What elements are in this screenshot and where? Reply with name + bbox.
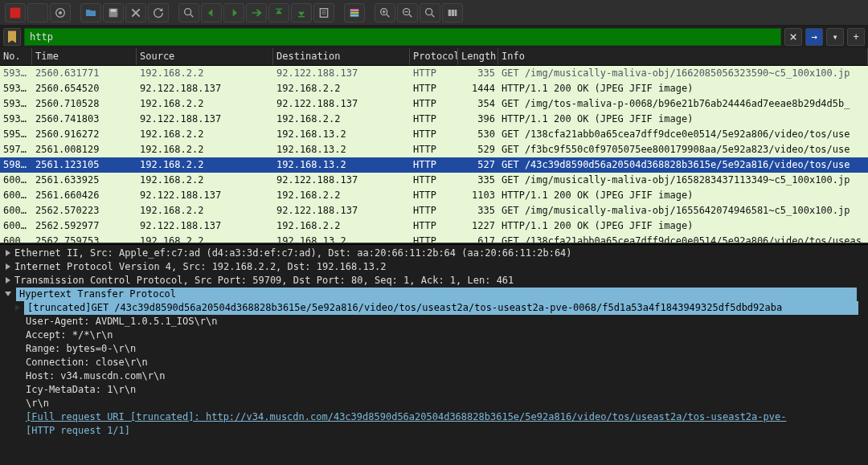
reload-button[interactable] <box>148 3 169 22</box>
packet-row[interactable]: 600…2562.59297792.122.188.137192.168.2.2… <box>0 218 868 234</box>
cell-src: 192.168.2.2 <box>137 173 273 188</box>
tree-ethernet[interactable]: Ethernet II, Src: Apple_ef:c7:ad (d4:a3:… <box>0 247 868 260</box>
packet-row[interactable]: 597…2561.008129192.168.2.2192.168.13.2HT… <box>0 142 868 157</box>
cell-info: GET /img/musically-maliva-obj/1658283437… <box>498 173 868 188</box>
tree-http[interactable]: Hypertext Transfer Protocol <box>0 288 868 301</box>
cell-len: 617 <box>458 234 498 243</box>
stop-capture-button[interactable] <box>5 3 26 22</box>
cell-no: 593… <box>0 112 32 127</box>
tree-tcp-label: Transmission Control Protocol, Src Port:… <box>14 274 514 288</box>
zoom-out-button[interactable] <box>397 3 418 22</box>
http-header-line[interactable]: Range: bytes=0-\r\n <box>23 342 868 356</box>
cell-info: GET /138cfa21abb0a65cea7dff9dce0e0514/5e… <box>498 127 868 142</box>
packet-row[interactable]: 600…2562.570223192.168.2.292.122.188.137… <box>0 203 868 218</box>
cell-info: GET /img/musically-maliva-obj/1655642074… <box>498 203 868 218</box>
clear-filter-button[interactable]: × <box>784 28 802 46</box>
cell-proto: HTTP <box>410 66 458 81</box>
http-header-line[interactable]: Icy-MetaData: 1\r\n <box>23 383 868 397</box>
colorize-button[interactable] <box>344 3 365 22</box>
open-file-button[interactable] <box>80 3 101 22</box>
cell-dst: 192.168.2.2 <box>273 112 410 127</box>
cell-info: GET /f3bc9f550c0f9705075ee800179908aa/5e… <box>498 142 868 157</box>
cell-time: 2562.759753 <box>32 234 137 243</box>
packet-row[interactable]: 593…2560.710528192.168.2.292.122.188.137… <box>0 96 868 112</box>
cell-proto: HTTP <box>410 81 458 96</box>
column-length[interactable]: Length <box>458 48 498 65</box>
packet-row[interactable]: 593…2560.65452092.122.188.137192.168.2.2… <box>0 81 868 96</box>
http-header-line[interactable]: \r\n <box>23 397 868 410</box>
cell-no: 600… <box>0 203 32 218</box>
tree-ip[interactable]: Internet Protocol Version 4, Src: 192.16… <box>0 260 868 274</box>
fin-icon[interactable] <box>27 3 48 22</box>
zoom-in-button[interactable] <box>375 3 395 22</box>
packet-row[interactable]: 600…2561.66042692.122.188.137192.168.2.2… <box>0 188 868 203</box>
display-filter-input[interactable] <box>24 28 781 46</box>
http-header-line[interactable]: Connection: close\r\n <box>23 356 868 369</box>
find-button[interactable] <box>178 3 199 22</box>
cell-len: 335 <box>458 203 498 218</box>
zoom-reset-button[interactable] <box>420 3 440 22</box>
svg-rect-10 <box>350 14 359 17</box>
tree-ethernet-label: Ethernet II, Src: Apple_ef:c7:ad (d4:a3:… <box>14 247 572 260</box>
tree-tcp[interactable]: Transmission Control Protocol, Src Port:… <box>0 274 868 288</box>
svg-rect-15 <box>452 10 454 16</box>
http-header-line[interactable]: User-Agent: AVDML_1.0.5.1_IOS\r\n <box>23 315 868 328</box>
auto-scroll-button[interactable] <box>313 3 334 22</box>
cell-src: 192.168.2.2 <box>137 142 273 157</box>
resize-columns-button[interactable] <box>442 3 463 22</box>
packet-row[interactable]: 600…2562.759753192.168.2.2192.168.13.2HT… <box>0 234 868 243</box>
cell-proto: HTTP <box>410 203 458 218</box>
go-to-packet-button[interactable] <box>246 3 267 22</box>
svg-point-4 <box>185 8 191 14</box>
packet-row[interactable]: 595…2560.916272192.168.2.2192.168.13.2HT… <box>0 127 868 142</box>
go-last-button[interactable] <box>291 3 312 22</box>
packet-row[interactable]: 598…2561.123105192.168.2.2192.168.13.2HT… <box>0 157 868 173</box>
cell-time: 2560.631771 <box>32 66 137 81</box>
column-proto[interactable]: Protocol <box>410 48 458 65</box>
cell-dst: 192.168.13.2 <box>273 127 410 142</box>
cell-info: HTTP/1.1 200 OK (JPEG JFIF image) <box>498 218 868 234</box>
packet-details-tree[interactable]: Ethernet II, Src: Apple_ef:c7:ad (d4:a3:… <box>0 245 868 465</box>
cell-time: 2560.710528 <box>32 96 137 112</box>
cell-dst: 192.168.13.2 <box>273 157 410 173</box>
cell-dst: 92.122.188.137 <box>273 203 410 218</box>
http-header-line[interactable]: Host: v34.muscdn.com\r\n <box>23 369 868 383</box>
bookmark-filter-button[interactable] <box>3 28 21 46</box>
filter-dropdown-button[interactable]: ▾ <box>826 28 844 46</box>
apply-filter-button[interactable]: → <box>805 28 823 46</box>
cell-no: 593… <box>0 66 32 81</box>
tree-http-get-line[interactable]: [truncated]GET /43c39d8590d56a20504d3688… <box>0 301 868 315</box>
cell-time: 2561.123105 <box>32 157 137 173</box>
tree-http-label: Hypertext Transfer Protocol <box>16 288 857 301</box>
cell-len: 1227 <box>458 218 498 234</box>
add-filter-button[interactable]: + <box>847 28 865 46</box>
column-time[interactable]: Time <box>32 48 137 65</box>
cell-len: 1103 <box>458 188 498 203</box>
go-forward-button[interactable] <box>223 3 244 22</box>
full-request-uri[interactable]: [Full request URI [truncated]: http://v3… <box>23 410 868 424</box>
packet-row[interactable]: 600…2561.633925192.168.2.292.122.188.137… <box>0 173 868 188</box>
go-back-button[interactable] <box>201 3 222 22</box>
cell-src: 192.168.2.2 <box>137 66 273 81</box>
cell-dst: 192.168.2.2 <box>273 81 410 96</box>
column-info[interactable]: Info <box>498 48 868 65</box>
options-button[interactable] <box>50 3 71 22</box>
cell-info: HTTP/1.1 200 OK (JPEG JFIF image) <box>498 188 868 203</box>
column-source[interactable]: Source <box>137 48 273 65</box>
cell-time: 2561.008129 <box>32 142 137 157</box>
column-dest[interactable]: Destination <box>273 48 410 65</box>
cell-no: 593… <box>0 81 32 96</box>
column-no[interactable]: No. <box>0 48 32 65</box>
cell-proto: HTTP <box>410 142 458 157</box>
cell-len: 335 <box>458 173 498 188</box>
packet-list[interactable]: 593…2560.631771192.168.2.292.122.188.137… <box>0 66 868 243</box>
save-file-button[interactable] <box>103 3 124 22</box>
tree-ip-label: Internet Protocol Version 4, Src: 192.16… <box>14 260 386 274</box>
http-header-line[interactable]: Accept: */*\r\n <box>23 328 868 342</box>
go-first-button[interactable] <box>268 3 289 22</box>
close-file-button[interactable] <box>125 3 146 22</box>
cell-dst: 92.122.188.137 <box>273 96 410 112</box>
packet-row[interactable]: 593…2560.74180392.122.188.137192.168.2.2… <box>0 112 868 127</box>
cell-no: 600… <box>0 188 32 203</box>
packet-row[interactable]: 593…2560.631771192.168.2.292.122.188.137… <box>0 66 868 81</box>
